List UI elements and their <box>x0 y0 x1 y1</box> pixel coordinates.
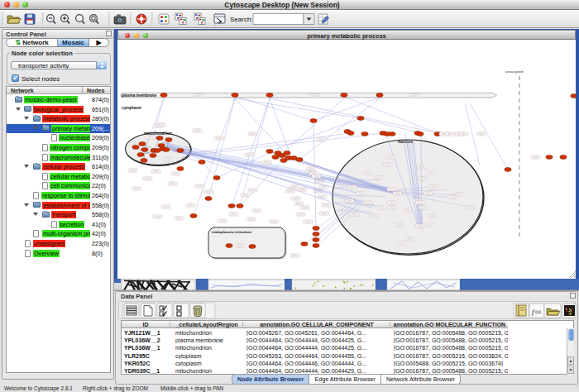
svg-text:plasma membrane: plasma membrane <box>122 93 156 98</box>
svg-text:cytoplasm: cytoplasm <box>122 106 141 110</box>
svg-text:unassigned: unassigned <box>505 69 524 74</box>
svg-text:Search:: Search: <box>230 16 253 23</box>
svg-text:nucleus: nucleus <box>398 140 413 144</box>
svg-text:(x): (x) <box>535 309 541 314</box>
svg-text:endoplasmic reticulum: endoplasmic reticulum <box>212 230 251 234</box>
svg-text:mitochondrion: mitochondrion <box>144 131 172 136</box>
